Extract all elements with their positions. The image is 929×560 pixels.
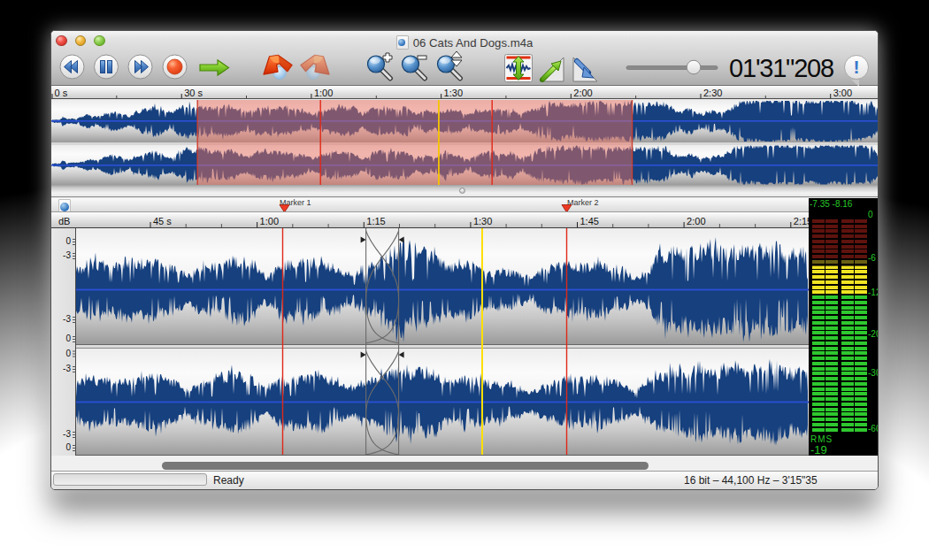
svg-text:0 s: 0 s [55, 88, 68, 98]
svg-text:30 s: 30 s [184, 88, 203, 98]
svg-text:2:30: 2:30 [703, 88, 722, 98]
svg-text:1:15: 1:15 [366, 216, 385, 226]
svg-text:1:00: 1:00 [260, 216, 279, 226]
svg-text:3:00: 3:00 [833, 88, 852, 98]
svg-text:1:45: 1:45 [580, 216, 599, 226]
svg-text:2:00: 2:00 [573, 88, 592, 98]
svg-text:1:30: 1:30 [473, 216, 492, 226]
svg-text:1:30: 1:30 [444, 88, 463, 98]
svg-text:2:15: 2:15 [794, 216, 809, 226]
svg-text:1:00: 1:00 [314, 88, 333, 98]
svg-text:2:00: 2:00 [687, 216, 705, 226]
svg-text:45 s: 45 s [153, 216, 172, 226]
